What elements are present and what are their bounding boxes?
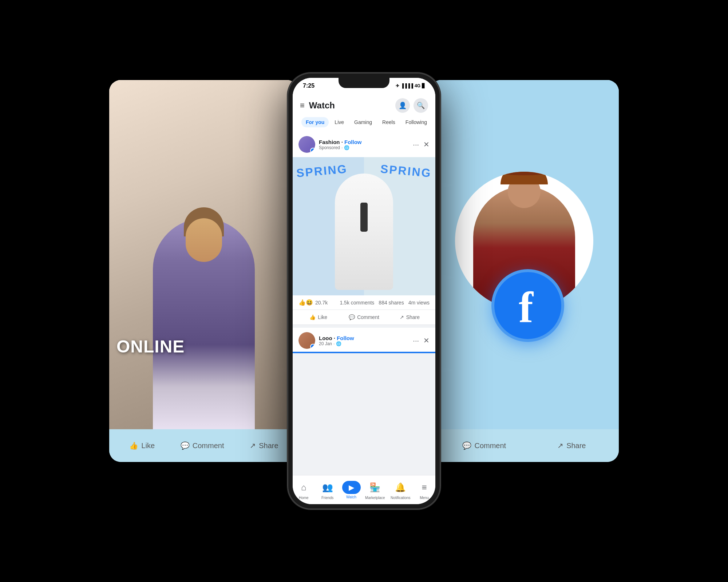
app-header: ≡ Watch 👤 🔍 (293, 94, 435, 132)
nav-notifications[interactable]: 🔔 Notifications (388, 477, 413, 503)
like-action-icon: 👍 (309, 314, 316, 320)
post-1-author: Fashion · Follow (319, 139, 362, 145)
right-comment-label: Comment (474, 442, 506, 450)
marketplace-icon: 🏪 (369, 482, 380, 492)
post-1-actions: 👍 Like 💬 Comment ↗ Share (293, 310, 435, 325)
post-2-globe-icon: 🌐 (336, 341, 341, 346)
share-action-icon: ↗ (400, 314, 404, 320)
post-1-subtitle: Sponsored · 🌐 (319, 145, 362, 150)
globe-icon: 🌐 (344, 145, 349, 150)
dot-separator: · (341, 145, 343, 150)
left-card-image: ONLINE (109, 80, 298, 429)
video-progress-bar[interactable] (293, 352, 435, 353)
post-1-meta: Fashion · Follow Sponsored · 🌐 (319, 139, 362, 150)
post-1-stats: 👍😆 20.7k 1.5k comments 884 shares 4m vie… (293, 295, 435, 310)
watch-title-group: ≡ Watch (300, 100, 335, 111)
facebook-logo: f (491, 269, 564, 342)
left-person-body (153, 218, 255, 429)
post-2-follow-button[interactable]: Follow (337, 335, 354, 341)
post-2-author-name: Looo (319, 335, 332, 341)
notifications-label: Notifications (391, 496, 410, 500)
notifications-icon: 🔔 (395, 482, 406, 492)
right-share-icon: ↗ (557, 441, 563, 450)
post-1-header-right: ··· ✕ (413, 140, 430, 149)
left-comment-label: Comment (193, 442, 224, 450)
post-1-more-button[interactable]: ··· (413, 140, 419, 149)
watch-icon-bg: ▶ (342, 481, 361, 494)
friends-label: Friends (321, 496, 333, 500)
post-2-more-button[interactable]: ··· (413, 336, 419, 345)
post-1-follow-button[interactable]: Follow (344, 139, 362, 145)
comment-action-icon: 💬 (349, 314, 355, 320)
tab-reels[interactable]: Reels (378, 117, 400, 127)
phone: 7:25 ✈ ▐▐▐▐ 4G ▊ ≡ Watch (288, 73, 440, 509)
nav-watch[interactable]: ▶ Watch (340, 478, 363, 502)
left-like-button[interactable]: 👍 Like (129, 441, 155, 450)
left-like-label: Like (141, 442, 155, 450)
profile-icon: 👤 (399, 101, 407, 109)
notch (339, 78, 389, 88)
fb-f-letter: f (519, 286, 533, 329)
post-1-close-button[interactable]: ✕ (423, 140, 430, 149)
left-share-label: Share (259, 442, 278, 450)
post-2-verified-badge: ✓ (310, 344, 315, 349)
tab-gaming[interactable]: Gaming (350, 117, 376, 127)
nav-home[interactable]: ⌂ Home (293, 477, 315, 503)
profile-icon-button[interactable]: 👤 (395, 98, 410, 113)
app-header-top: ≡ Watch 👤 🔍 (300, 98, 428, 113)
fb-circle: f (491, 269, 564, 342)
tab-for-you[interactable]: For you (301, 117, 329, 127)
model-tie (360, 203, 368, 232)
nav-marketplace[interactable]: 🏪 Marketplace (362, 477, 388, 503)
like-action-label: Like (318, 314, 327, 320)
author-separator: · (341, 139, 344, 145)
phone-screen: 7:25 ✈ ▐▐▐▐ 4G ▊ ≡ Watch (293, 78, 435, 504)
main-scene: ONLINE 👍 Like 💬 Comment ↗ Share (109, 36, 619, 546)
share-action-button[interactable]: ↗ Share (387, 311, 432, 323)
home-icon: ⌂ (301, 482, 306, 492)
menu-label: Menu (420, 496, 429, 500)
right-comment-button[interactable]: 💬 Comment (462, 441, 506, 450)
like-action-button[interactable]: 👍 Like (296, 311, 341, 323)
post-2-header-left: ✓ Looo · Follow 20 Jan (298, 332, 354, 349)
nav-friends[interactable]: 👥 Friends (315, 477, 340, 503)
post-1-image: SPRING SPRING (293, 157, 435, 295)
friends-icon: 👥 (322, 482, 333, 492)
right-comment-icon: 💬 (462, 441, 471, 450)
comments-count: 1.5k comments (340, 300, 374, 306)
like-icon: 👍 (129, 441, 138, 450)
share-icon: ↗ (250, 441, 256, 450)
header-icons: 👤 🔍 (395, 98, 428, 113)
menu-icon: ≡ (422, 482, 427, 492)
network-label: 4G (415, 83, 420, 88)
post-2-date: 20 Jan (319, 341, 332, 346)
right-share-button[interactable]: ↗ Share (557, 441, 586, 450)
comment-action-button[interactable]: 💬 Comment (341, 311, 387, 323)
tab-following[interactable]: Following (401, 117, 431, 127)
post-2-avatar: ✓ (298, 332, 315, 349)
verified-badge: ✓ (310, 148, 315, 153)
post-2-subtitle: 20 Jan · 🌐 (319, 341, 354, 346)
phone-outer: 7:25 ✈ ▐▐▐▐ 4G ▊ ≡ Watch (288, 73, 440, 509)
person-head (186, 218, 222, 262)
nav-menu[interactable]: ≡ Menu (413, 477, 435, 503)
share-action-label: Share (406, 314, 420, 320)
post-2-header-right: ··· ✕ (413, 336, 430, 345)
tab-live[interactable]: Live (330, 117, 348, 127)
marketplace-icon-bg: 🏪 (362, 480, 388, 495)
comment-icon: 💬 (181, 441, 190, 450)
sponsored-label: Sponsored (319, 145, 340, 150)
left-comment-button[interactable]: 💬 Comment (181, 441, 224, 450)
post-2-dot: · (333, 341, 335, 346)
watch-nav-label: Watch (346, 495, 356, 499)
left-share-button[interactable]: ↗ Share (250, 441, 278, 450)
reaction-info: 👍😆 20.7k (298, 299, 328, 306)
shares-count: 884 shares (379, 300, 404, 306)
post-card-2: ✓ Looo · Follow 20 Jan (293, 328, 435, 353)
post-2-close-button[interactable]: ✕ (423, 336, 430, 345)
home-icon-bg: ⌂ (294, 480, 314, 495)
reaction-emojis-display: 👍😆 (298, 299, 313, 306)
engagement-info: 1.5k comments 884 shares 4m views (340, 300, 430, 306)
search-icon-button[interactable]: 🔍 (414, 98, 428, 113)
hamburger-icon[interactable]: ≡ (300, 101, 305, 110)
